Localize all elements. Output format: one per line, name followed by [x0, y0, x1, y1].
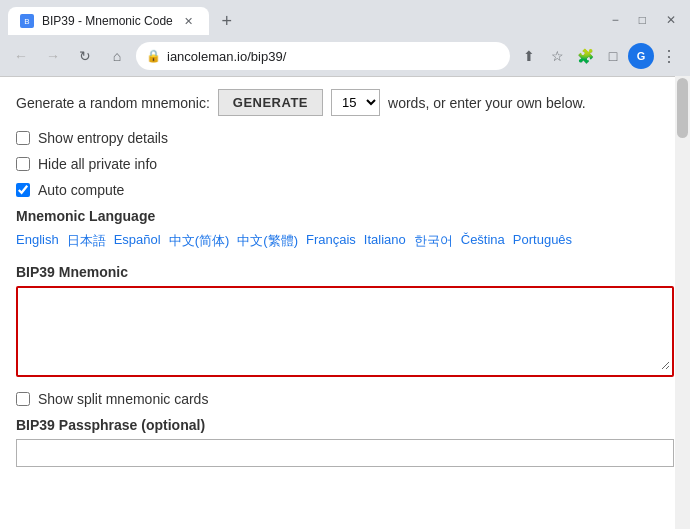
words-select[interactable]: 15 3 6 9 12 18 21 24 — [331, 89, 380, 116]
generate-row: Generate a random mnemonic: GENERATE 15 … — [16, 89, 674, 116]
back-button[interactable]: ← — [8, 43, 34, 69]
address-bar-row: ← → ↻ ⌂ 🔒 iancoleman.io/bip39/ ⬆ ☆ 🧩 □ G… — [0, 36, 690, 76]
passphrase-input[interactable] — [16, 439, 674, 467]
minimize-button[interactable]: − — [606, 11, 625, 29]
generate-label: Generate a random mnemonic: — [16, 95, 210, 111]
reload-button[interactable]: ↻ — [72, 43, 98, 69]
mnemonic-wrapper — [16, 286, 674, 377]
hide-private-checkbox[interactable] — [16, 157, 30, 171]
show-entropy-label[interactable]: Show entropy details — [38, 130, 168, 146]
split-mnemonic-label[interactable]: Show split mnemonic cards — [38, 391, 208, 407]
tab-close-button[interactable]: ✕ — [181, 13, 197, 29]
show-entropy-row: Show entropy details — [16, 130, 674, 146]
language-row: English 日本語 Español 中文(简体) 中文(繁體) França… — [16, 232, 674, 250]
lang-japanese[interactable]: 日本語 — [67, 232, 106, 250]
profile-button[interactable]: G — [628, 43, 654, 69]
tab-bar: B BIP39 - Mnemonic Code ✕ + − □ ✕ — [0, 0, 690, 36]
lang-korean[interactable]: 한국어 — [414, 232, 453, 250]
new-tab-button[interactable]: + — [213, 7, 241, 35]
home-button[interactable]: ⌂ — [104, 43, 130, 69]
lang-chinese-simplified[interactable]: 中文(简体) — [169, 232, 230, 250]
browser-window: B BIP39 - Mnemonic Code ✕ + − □ ✕ ← → ↻ … — [0, 0, 690, 529]
active-tab[interactable]: B BIP39 - Mnemonic Code ✕ — [8, 7, 209, 35]
maximize-button[interactable]: □ — [633, 11, 652, 29]
bip39-mnemonic-label: BIP39 Mnemonic — [16, 264, 674, 280]
address-bar[interactable]: 🔒 iancoleman.io/bip39/ — [136, 42, 510, 70]
lang-french[interactable]: Français — [306, 232, 356, 250]
mnemonic-language-label: Mnemonic Language — [16, 208, 674, 224]
lang-spanish[interactable]: Español — [114, 232, 161, 250]
scrollbar-thumb[interactable] — [677, 78, 688, 138]
tab-favicon: B — [20, 14, 34, 28]
lang-chinese-traditional[interactable]: 中文(繁體) — [237, 232, 298, 250]
bookmark-icon[interactable]: ☆ — [544, 43, 570, 69]
auto-compute-row: Auto compute — [16, 182, 674, 198]
hide-private-label[interactable]: Hide all private info — [38, 156, 157, 172]
tab-title: BIP39 - Mnemonic Code — [42, 14, 173, 28]
menu-button[interactable]: ⋮ — [656, 43, 682, 69]
auto-compute-label[interactable]: Auto compute — [38, 182, 124, 198]
bip39-mnemonic-section: BIP39 Mnemonic — [16, 264, 674, 377]
generate-button[interactable]: GENERATE — [218, 89, 323, 116]
words-after-label: words, or enter your own below. — [388, 95, 586, 111]
passphrase-section: BIP39 Passphrase (optional) — [16, 417, 674, 467]
window-icon[interactable]: □ — [600, 43, 626, 69]
hide-private-row: Hide all private info — [16, 156, 674, 172]
share-icon[interactable]: ⬆ — [516, 43, 542, 69]
lang-english[interactable]: English — [16, 232, 59, 250]
lang-italian[interactable]: Italiano — [364, 232, 406, 250]
lock-icon: 🔒 — [146, 49, 161, 63]
mnemonic-textarea[interactable] — [20, 290, 670, 370]
address-actions: ⬆ ☆ 🧩 □ G ⋮ — [516, 43, 682, 69]
show-entropy-checkbox[interactable] — [16, 131, 30, 145]
forward-button[interactable]: → — [40, 43, 66, 69]
lang-portuguese[interactable]: Português — [513, 232, 572, 250]
auto-compute-checkbox[interactable] — [16, 183, 30, 197]
lang-czech[interactable]: Čeština — [461, 232, 505, 250]
extension-icon[interactable]: 🧩 — [572, 43, 598, 69]
scrollbar-track[interactable] — [675, 76, 690, 529]
url-text: iancoleman.io/bip39/ — [167, 49, 500, 64]
window-controls: − □ ✕ — [606, 11, 682, 29]
split-mnemonic-row: Show split mnemonic cards — [16, 391, 674, 407]
passphrase-label: BIP39 Passphrase (optional) — [16, 417, 674, 433]
page-content: Generate a random mnemonic: GENERATE 15 … — [0, 76, 690, 529]
split-mnemonic-checkbox[interactable] — [16, 392, 30, 406]
browser-chrome: B BIP39 - Mnemonic Code ✕ + − □ ✕ ← → ↻ … — [0, 0, 690, 76]
close-button[interactable]: ✕ — [660, 11, 682, 29]
